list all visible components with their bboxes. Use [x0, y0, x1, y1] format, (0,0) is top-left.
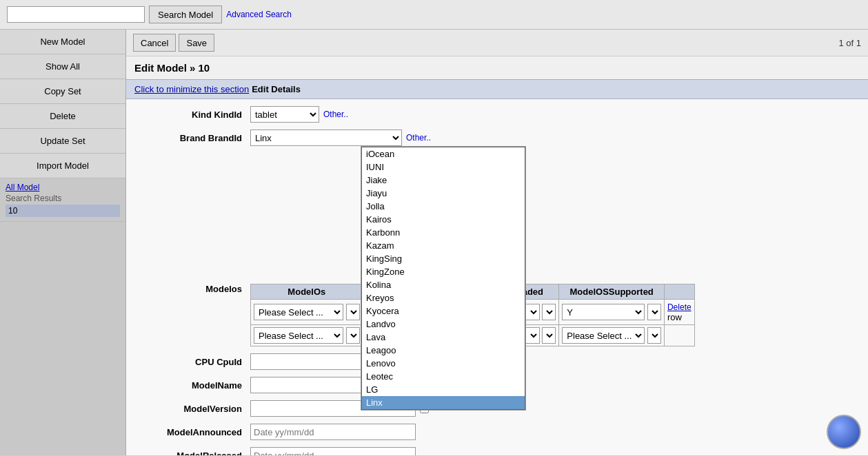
- new-model-btn[interactable]: New Model: [0, 30, 125, 54]
- col-header-supported: ModelOSSupported: [559, 284, 665, 300]
- dropdown-item-kolina[interactable]: Kolina: [362, 278, 525, 291]
- supported-select-2[interactable]: Please Select ...: [562, 327, 645, 344]
- dropdown-item-lg[interactable]: LG: [362, 383, 525, 396]
- toolbar-buttons: Cancel Save: [133, 34, 214, 52]
- dropdown-item-linx[interactable]: Linx: [362, 396, 525, 409]
- col-header-modelos: ModelOs: [251, 284, 363, 300]
- modelannounced-label: ModelAnnounced: [140, 427, 250, 437]
- page-title: Edit Model » 10: [126, 56, 868, 79]
- supported-cell-1[interactable]: Y: [559, 300, 665, 325]
- kind-label: Kind KindId: [140, 110, 250, 120]
- supported-select-1[interactable]: Y: [562, 304, 645, 320]
- dropdown-item-jiake[interactable]: Jiake: [362, 174, 525, 187]
- upgraded-arrow-1[interactable]: [542, 304, 556, 320]
- sidebar-nav: All Model Search Results 10: [0, 178, 125, 222]
- section-details-label: Edit Details: [252, 84, 301, 94]
- kind-other-link[interactable]: Other..: [323, 110, 348, 119]
- brand-control: Linx iOcean IUNI Jiake Jiayu Jolla Kairo…: [250, 129, 431, 146]
- minimize-link[interactable]: Click to minimize this section: [134, 84, 249, 94]
- col-header-action: [664, 284, 694, 300]
- delete-btn[interactable]: Delete: [0, 104, 125, 129]
- modelreleased-input[interactable]: [250, 447, 416, 455]
- dropdown-item-kingsing[interactable]: KingSing: [362, 252, 525, 265]
- dropdown-item-lenovo[interactable]: Lenovo: [362, 357, 525, 370]
- sidebar: New Model Show All Copy Set Delete Updat…: [0, 30, 126, 455]
- dropdown-item-kairos[interactable]: Kairos: [362, 213, 525, 226]
- top-bar: Search Model Advanced Search: [0, 0, 868, 30]
- action-cell-1[interactable]: Delete row: [664, 300, 694, 325]
- dropdown-item-jolla[interactable]: Jolla: [362, 200, 525, 213]
- show-all-btn[interactable]: Show All: [0, 54, 125, 79]
- brand-dropdown-list[interactable]: iOcean IUNI Jiake Jiayu Jolla Kairos Kar…: [361, 147, 525, 410]
- supported-arrow-2[interactable]: [647, 327, 661, 344]
- modelversion-label: ModelVersion: [140, 404, 250, 414]
- os-select-cell-2[interactable]: Please Select ...: [251, 325, 363, 346]
- advanced-search-link[interactable]: Advanced Search: [226, 10, 292, 19]
- os-arrow-2[interactable]: [346, 327, 360, 344]
- dropdown-item-kreyos[interactable]: Kreyos: [362, 291, 525, 304]
- modelreleased-label: ModelReleased: [140, 450, 250, 456]
- os-select-cell-1[interactable]: Please Select ...: [251, 300, 363, 325]
- kind-select[interactable]: tablet: [250, 106, 319, 123]
- kind-control: tablet Other..: [250, 106, 348, 123]
- dropdown-item-kingzone[interactable]: KingZone: [362, 265, 525, 278]
- globe-icon[interactable]: [827, 415, 861, 449]
- brand-label: Brand BrandId: [140, 133, 250, 143]
- sidebar-result-item[interactable]: 10: [6, 205, 120, 217]
- dropdown-item-landvo[interactable]: Landvo: [362, 318, 525, 331]
- search-input[interactable]: [7, 6, 145, 23]
- modelannounced-input[interactable]: [250, 424, 416, 440]
- modelname-label: ModelName: [140, 380, 250, 391]
- row-label-1: row: [667, 312, 682, 322]
- dropdown-item-kazam[interactable]: Kazam: [362, 239, 525, 252]
- kind-row: Kind KindId tablet Other..: [140, 106, 854, 123]
- supported-arrow-1[interactable]: [647, 304, 661, 320]
- dropdown-item-iocean[interactable]: iOcean: [362, 147, 525, 160]
- dropdown-item-leotec[interactable]: Leotec: [362, 370, 525, 383]
- brand-other-link[interactable]: Other..: [406, 133, 431, 143]
- modelos-label: Modelos: [140, 284, 250, 294]
- sidebar-search-results-label: Search Results: [6, 194, 120, 203]
- dropdown-item-karbonn[interactable]: Karbonn: [362, 226, 525, 239]
- dropdown-item-kyocera[interactable]: Kyocera: [362, 304, 525, 318]
- cpu-label: CPU CpuId: [140, 357, 250, 367]
- upgraded-arrow-2[interactable]: [542, 327, 556, 344]
- cancel-button[interactable]: Cancel: [133, 34, 176, 52]
- layout: New Model Show All Copy Set Delete Updat…: [0, 30, 868, 455]
- modelreleased-row: ModelReleased: [140, 447, 854, 455]
- update-set-btn[interactable]: Update Set: [0, 129, 125, 154]
- import-model-btn[interactable]: Import Model: [0, 154, 125, 178]
- action-cell-2: [664, 325, 694, 346]
- dropdown-item-leagoo[interactable]: Leagoo: [362, 344, 525, 357]
- os-arrow-1[interactable]: [346, 304, 360, 320]
- os-select-1[interactable]: Please Select ...: [254, 304, 343, 320]
- modelannounced-row: ModelAnnounced: [140, 424, 854, 440]
- sidebar-item-all-model[interactable]: All Model: [6, 183, 120, 192]
- page-info: 1 of 1: [838, 38, 861, 48]
- section-header[interactable]: Click to minimize this section Edit Deta…: [126, 79, 868, 99]
- copy-set-btn[interactable]: Copy Set: [0, 79, 125, 104]
- brand-select[interactable]: Linx: [250, 129, 402, 146]
- save-button[interactable]: Save: [179, 34, 214, 52]
- brand-row: Brand BrandId Linx iOcean IUNI Jiake: [140, 129, 854, 146]
- dropdown-item-iuni[interactable]: IUNI: [362, 160, 525, 174]
- main-content: Cancel Save 1 of 1 Edit Model » 10 Click…: [126, 30, 868, 455]
- brand-dropdown-overlay: iOcean IUNI Jiake Jiayu Jolla Kairos Kar…: [361, 146, 526, 411]
- modelreleased-control: [250, 447, 416, 455]
- modelannounced-control: [250, 424, 416, 440]
- delete-row-1-btn[interactable]: Delete: [667, 302, 692, 312]
- search-model-button[interactable]: Search Model: [149, 6, 222, 23]
- dropdown-item-lava[interactable]: Lava: [362, 331, 525, 344]
- toolbar: Cancel Save 1 of 1: [126, 30, 868, 56]
- dropdown-item-jiayu[interactable]: Jiayu: [362, 187, 525, 200]
- form-area: Kind KindId tablet Other.. Brand BrandId…: [126, 99, 868, 455]
- os-select-2[interactable]: Please Select ...: [254, 327, 343, 344]
- supported-cell-2[interactable]: Please Select ...: [559, 325, 665, 346]
